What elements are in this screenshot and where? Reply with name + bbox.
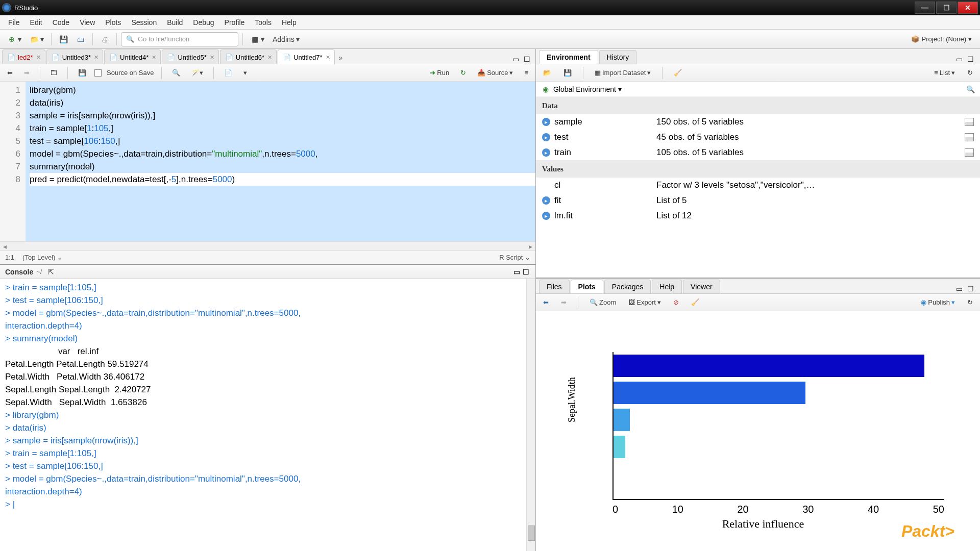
scope-label[interactable]: (Top Level) ⌄ (22, 254, 63, 261)
maximize-button[interactable]: ☐ (936, 2, 957, 14)
grid-icon[interactable] (965, 118, 974, 126)
refresh-plot-button[interactable]: ↻ (964, 296, 976, 308)
clear-workspace-button[interactable]: 🧹 (671, 67, 685, 79)
source-tab[interactable]: 📄led2*✕ (2, 49, 45, 64)
show-in-new-window-button[interactable]: 🗔 (47, 67, 60, 79)
menu-session[interactable]: Session (126, 16, 162, 29)
source-tab[interactable]: 📄Untitled5*✕ (162, 49, 218, 64)
plots-minimize-icon[interactable]: ▭ (954, 284, 964, 293)
source-hscrollbar[interactable]: ◂▸ (0, 241, 535, 251)
plot-next-button[interactable]: ➡ (558, 296, 570, 308)
src-maximize-icon[interactable]: ☐ (522, 55, 531, 64)
compile-report-button[interactable]: 📄 (221, 67, 235, 79)
expand-icon[interactable]: ▸ (542, 148, 550, 157)
close-tab-icon[interactable]: ✕ (36, 54, 41, 61)
new-project-button[interactable]: 📁▾ (27, 33, 47, 46)
close-tab-icon[interactable]: ✕ (210, 54, 214, 61)
minimize-button[interactable]: — (915, 2, 935, 14)
env-value-row[interactable]: ▸lm.fitList of 12 (536, 208, 980, 223)
menu-build[interactable]: Build (162, 16, 188, 29)
src-minimize-icon[interactable]: ▭ (511, 55, 520, 64)
code-editor[interactable]: 12345678 library(gbm)data(iris)sample = … (0, 82, 535, 241)
menu-profile[interactable]: Profile (219, 16, 250, 29)
goto-file-input[interactable]: 🔍 Go to file/function (121, 32, 238, 46)
forward-button[interactable]: ➡ (21, 67, 33, 79)
wand-button[interactable]: 🪄▾ (188, 67, 206, 79)
menu-edit[interactable]: Edit (25, 16, 47, 29)
expand-icon[interactable]: ▸ (542, 133, 550, 141)
run-button[interactable]: ➔ Run (427, 67, 452, 79)
grid-button[interactable]: ▦▾ (247, 33, 267, 46)
new-file-button[interactable]: ⊕▾ (4, 33, 24, 46)
console-minimize-icon[interactable]: ▭ (512, 267, 521, 277)
env-data-row[interactable]: ▸sample150 obs. of 5 variables (536, 114, 980, 130)
env-maximize-icon[interactable]: ☐ (966, 55, 975, 64)
menu-help[interactable]: Help (277, 16, 302, 29)
env-data-row[interactable]: ▸train105 obs. of 5 variables (536, 145, 980, 160)
console-scrollbar[interactable] (526, 279, 535, 551)
save-source-button[interactable]: 💾 (75, 67, 89, 79)
menu-debug[interactable]: Debug (188, 16, 219, 29)
source-on-save-checkbox[interactable] (94, 69, 102, 77)
remove-plot-button[interactable]: ⊘ (670, 296, 682, 308)
env-tab-history[interactable]: History (599, 50, 637, 64)
rerun-button[interactable]: ↻ (457, 67, 469, 79)
language-label[interactable]: R Script ⌄ (499, 254, 530, 261)
close-tab-icon[interactable]: ✕ (152, 54, 156, 61)
save-button[interactable]: 💾 (56, 33, 71, 46)
source-tab[interactable]: 📄Untitled3*✕ (46, 49, 103, 64)
source-tab[interactable]: 📄Untitled4*✕ (104, 49, 161, 64)
source-tab[interactable]: 📄Untitled7*✕ (278, 49, 334, 64)
env-minimize-icon[interactable]: ▭ (954, 55, 964, 64)
load-workspace-button[interactable]: 📂 (540, 67, 554, 79)
chunk-menu-button[interactable]: ▾ (240, 67, 250, 79)
menu-file[interactable]: File (3, 16, 25, 29)
env-tab-environment[interactable]: Environment (539, 50, 598, 64)
console-popup-icon[interactable]: ⇱ (45, 266, 57, 278)
more-tabs-button[interactable]: » (336, 52, 346, 64)
source-button[interactable]: 📥 Source ▾ (474, 67, 516, 79)
expand-icon[interactable]: ▸ (542, 212, 550, 220)
list-view-button[interactable]: ≡ List ▾ (931, 67, 958, 79)
plots-tab-files[interactable]: Files (539, 280, 570, 293)
plots-tab-plots[interactable]: Plots (571, 280, 603, 293)
env-search-input[interactable]: 🔍 (966, 85, 975, 93)
print-button[interactable]: 🖨 (97, 33, 112, 46)
outline-button[interactable]: ≡ (521, 67, 531, 79)
zoom-button[interactable]: 🔍 Zoom (586, 296, 619, 308)
close-tab-icon[interactable]: ✕ (326, 54, 330, 61)
addins-button[interactable]: Addins ▾ (270, 33, 303, 45)
save-all-button[interactable]: 🗃 (73, 33, 88, 46)
menu-plots[interactable]: Plots (100, 16, 126, 29)
plots-maximize-icon[interactable]: ☐ (966, 284, 975, 293)
save-workspace-button[interactable]: 💾 (560, 67, 575, 79)
env-value-row[interactable]: clFactor w/ 3 levels "setosa","versicolo… (536, 178, 980, 193)
publish-button[interactable]: ◉ Publish ▾ (918, 296, 958, 308)
env-data-row[interactable]: ▸test45 obs. of 5 variables (536, 130, 980, 145)
source-tab[interactable]: 📄Untitled6*✕ (220, 49, 277, 64)
project-menu[interactable]: 📦 Project: (None) ▾ (906, 33, 976, 46)
close-button[interactable]: ✕ (958, 2, 978, 14)
import-dataset-button[interactable]: ▦ Import Dataset ▾ (592, 67, 654, 79)
plots-tab-packages[interactable]: Packages (604, 280, 651, 293)
console-maximize-icon[interactable]: ☐ (521, 267, 530, 277)
env-value-row[interactable]: ▸fitList of 5 (536, 193, 980, 208)
refresh-env-button[interactable]: ↻ (964, 67, 976, 79)
close-tab-icon[interactable]: ✕ (267, 54, 272, 61)
plots-tab-help[interactable]: Help (652, 280, 682, 293)
menu-view[interactable]: View (75, 16, 100, 29)
export-button[interactable]: 🖼 Export ▾ (625, 296, 664, 308)
console-output[interactable]: > train = sample[1:105,]> test = sample[… (0, 279, 535, 551)
plots-tab-viewer[interactable]: Viewer (683, 280, 720, 293)
close-tab-icon[interactable]: ✕ (94, 54, 99, 61)
clear-plots-button[interactable]: 🧹 (688, 296, 702, 308)
find-button[interactable]: 🔍 (169, 67, 183, 79)
grid-icon[interactable] (965, 133, 974, 141)
plot-prev-button[interactable]: ⬅ (540, 296, 552, 308)
menu-tools[interactable]: Tools (250, 16, 277, 29)
grid-icon[interactable] (965, 148, 974, 157)
menu-code[interactable]: Code (47, 16, 75, 29)
expand-icon[interactable]: ▸ (542, 118, 550, 126)
back-button[interactable]: ⬅ (4, 67, 16, 79)
env-scope[interactable]: Global Environment ▾ (553, 85, 622, 93)
